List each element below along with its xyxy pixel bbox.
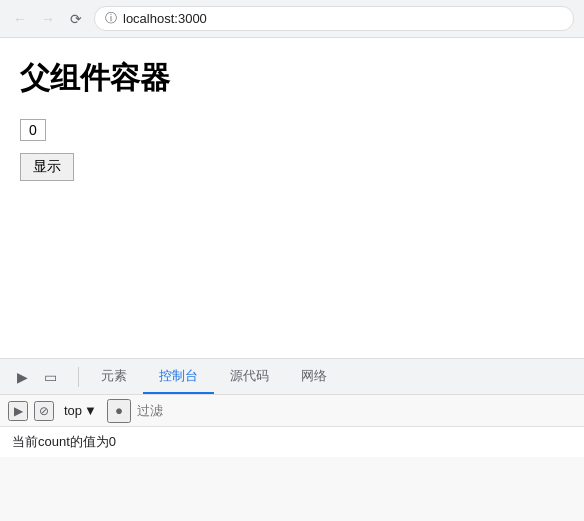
address-bar[interactable]: ⓘ localhost:3000 bbox=[94, 6, 574, 31]
tab-sources[interactable]: 源代码 bbox=[214, 359, 285, 394]
console-text: 当前count的值为0 bbox=[12, 433, 116, 451]
top-selector-label: top bbox=[64, 403, 82, 418]
nav-bar: ← → ⟳ ⓘ localhost:3000 bbox=[0, 0, 584, 37]
browser-chrome: ← → ⟳ ⓘ localhost:3000 bbox=[0, 0, 584, 38]
toolbar-divider bbox=[78, 367, 79, 387]
tab-console[interactable]: 控制台 bbox=[143, 359, 214, 394]
reload-button[interactable]: ⟳ bbox=[66, 9, 86, 29]
devtools-secondary-bar: ▶ ⊘ top ▼ ● bbox=[0, 395, 584, 427]
devtools-panel: ▶ ▭ 元素 控制台 源代码 网络 ▶ ⊘ top ▼ ● 当前count的值为… bbox=[0, 358, 584, 521]
clear-console-button[interactable]: ▶ bbox=[8, 401, 28, 421]
page-content: 父组件容器 0 显示 bbox=[0, 38, 584, 358]
lock-icon: ⓘ bbox=[105, 10, 117, 27]
forward-button[interactable]: → bbox=[38, 9, 58, 29]
tab-elements[interactable]: 元素 bbox=[85, 359, 143, 394]
url-text: localhost:3000 bbox=[123, 11, 207, 26]
show-button[interactable]: 显示 bbox=[20, 153, 74, 181]
devtools-toolbar: ▶ ▭ 元素 控制台 源代码 网络 bbox=[0, 359, 584, 395]
block-icon[interactable]: ⊘ bbox=[34, 401, 54, 421]
top-selector[interactable]: top ▼ bbox=[60, 401, 101, 420]
console-line: 当前count的值为0 bbox=[12, 433, 572, 451]
devtools-icon-group: ▶ ▭ bbox=[0, 359, 72, 394]
chevron-down-icon: ▼ bbox=[84, 403, 97, 418]
back-button[interactable]: ← bbox=[10, 9, 30, 29]
tab-network[interactable]: 网络 bbox=[285, 359, 343, 394]
console-output: 当前count的值为0 bbox=[0, 427, 584, 457]
device-icon[interactable]: ▭ bbox=[38, 365, 62, 389]
page-title: 父组件容器 bbox=[20, 58, 564, 99]
eye-icon[interactable]: ● bbox=[107, 399, 131, 423]
count-display: 0 bbox=[20, 119, 46, 141]
inspector-icon[interactable]: ▶ bbox=[10, 365, 34, 389]
filter-input[interactable] bbox=[137, 403, 576, 418]
